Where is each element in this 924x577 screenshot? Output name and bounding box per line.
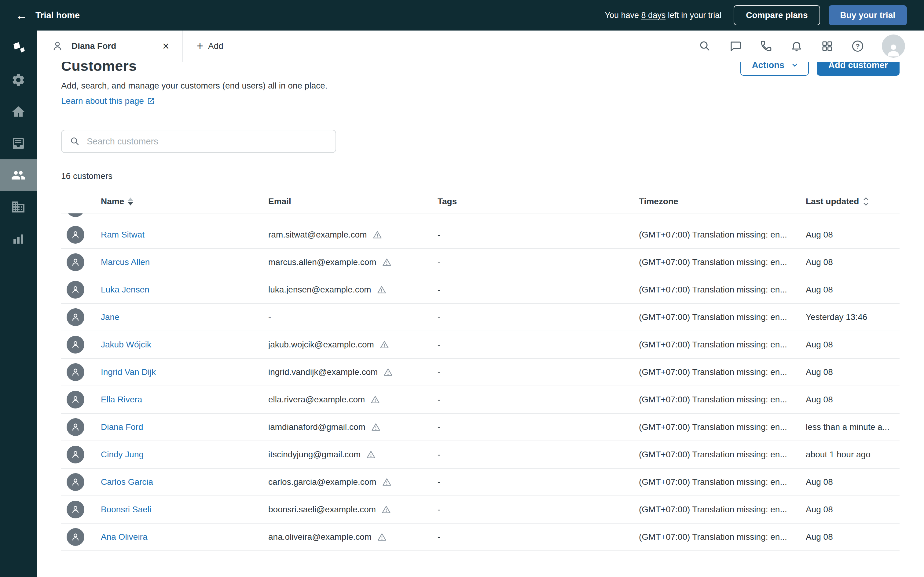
avatar — [66, 473, 84, 491]
tab-bar: Diana Ford × + Add ? — [37, 31, 924, 62]
customer-email: jakub.wojcik@example.com — [268, 340, 374, 350]
sidebar-item-reporting[interactable] — [0, 223, 37, 255]
table-row[interactable]: Boonsri Saeli boonsri.saeli@example.com … — [61, 496, 900, 524]
email-warning-icon — [382, 477, 392, 487]
grid-apps-icon[interactable] — [821, 40, 834, 53]
sidebar-item-views[interactable] — [0, 127, 37, 160]
customer-timezone: (GMT+07:00) Translation missing: en... — [639, 340, 806, 350]
customer-email: ella.rivera@example.com — [268, 395, 365, 405]
customer-name-link[interactable]: Jakub Wójcik — [101, 340, 151, 349]
sort-arrows-icon — [128, 198, 133, 205]
table-row[interactable]: Ram Sitwat ram.sitwat@example.com - (GMT… — [61, 221, 900, 249]
customer-timezone: (GMT+07:00) Translation missing: en... — [639, 285, 806, 295]
close-tab-icon[interactable]: × — [161, 40, 171, 52]
chevron-down-icon — [790, 62, 799, 69]
customer-name-link[interactable]: Luka Jensen — [101, 285, 149, 294]
table-row[interactable]: Luka Jensen luka.jensen@example.com - (G… — [61, 276, 900, 304]
partially-scrolled-row — [61, 213, 900, 221]
sidebar-item-settings[interactable] — [0, 64, 37, 96]
actions-dropdown-button[interactable]: Actions — [740, 62, 809, 76]
customer-email: ingrid.vandijk@example.com — [268, 367, 378, 377]
inbox-icon — [11, 136, 26, 151]
avatar — [66, 253, 84, 271]
customer-name-link[interactable]: Ingrid Van Dijk — [101, 367, 156, 377]
customer-name-link[interactable]: Cindy Jung — [101, 450, 144, 459]
table-row[interactable]: Jakub Wójcik jakub.wojcik@example.com - … — [61, 331, 900, 359]
customer-timezone: (GMT+07:00) Translation missing: en... — [639, 367, 806, 377]
customers-page: Customers Add, search, and manage your c… — [37, 62, 924, 577]
customer-name-link[interactable]: Jane — [101, 312, 120, 322]
customer-timezone: (GMT+07:00) Translation missing: en... — [639, 532, 806, 542]
customer-timezone: (GMT+07:00) Translation missing: en... — [639, 395, 806, 405]
learn-about-link[interactable]: Learn about this page — [61, 96, 155, 106]
customer-tags: - — [438, 422, 639, 432]
customer-email: ram.sitwat@example.com — [268, 230, 367, 240]
customer-count: 16 customers — [61, 171, 900, 181]
search-icon[interactable] — [698, 40, 711, 53]
search-customers-box — [61, 130, 336, 153]
back-arrow-icon: ← — [15, 9, 27, 21]
chat-icon[interactable] — [729, 40, 742, 53]
table-row[interactable]: Jane - - (GMT+07:00) Translation missing… — [61, 304, 900, 331]
user-avatar[interactable] — [882, 34, 905, 58]
avatar — [66, 226, 84, 243]
page-description: Add, search, and manage your customers (… — [61, 81, 328, 91]
column-header-name[interactable]: Name — [101, 197, 268, 206]
column-header-last-updated[interactable]: Last updated — [806, 197, 900, 206]
sidebar-item-organizations[interactable] — [0, 191, 37, 223]
customer-last-updated: Aug 08 — [806, 532, 900, 542]
sidebar-item-home[interactable] — [0, 96, 37, 127]
email-warning-icon — [371, 422, 381, 432]
customer-name-link[interactable]: Boonsri Saeli — [101, 504, 151, 514]
customer-tags: - — [438, 532, 639, 542]
add-customer-button[interactable]: Add customer — [817, 62, 900, 76]
compare-plans-button[interactable]: Compare plans — [733, 5, 820, 25]
table-row[interactable]: Ella Rivera ella.rivera@example.com - (G… — [61, 386, 900, 414]
sidebar-item-customers[interactable] — [0, 160, 37, 191]
customer-timezone: (GMT+07:00) Translation missing: en... — [639, 504, 806, 514]
column-header-tags: Tags — [438, 197, 639, 206]
trial-bar: ← Trial home You have 8 days left in you… — [0, 0, 924, 31]
bar-chart-icon — [11, 231, 26, 246]
help-icon[interactable]: ? — [851, 40, 864, 53]
trial-days-left: 8 days — [641, 11, 666, 20]
customer-tags: - — [438, 312, 639, 322]
buy-your-trial-button[interactable]: Buy your trial — [829, 5, 907, 25]
phone-icon[interactable] — [759, 40, 772, 53]
customer-last-updated: less than a minute a... — [806, 422, 900, 432]
email-warning-icon — [382, 257, 392, 267]
customer-last-updated: Aug 08 — [806, 504, 900, 514]
table-row[interactable]: Marcus Allen marcus.allen@example.com - … — [61, 249, 900, 276]
sort-chevrons-icon — [863, 197, 869, 206]
customer-name-link[interactable]: Ella Rivera — [101, 395, 142, 404]
bell-icon[interactable] — [790, 40, 803, 53]
person-icon — [51, 40, 63, 52]
customer-last-updated: Yesterday 13:46 — [806, 312, 900, 322]
tab-diana-ford[interactable]: Diana Ford × — [37, 31, 183, 62]
customer-email: marcus.allen@example.com — [268, 257, 376, 267]
customer-name-link[interactable]: Ana Oliveira — [101, 532, 148, 542]
table-row[interactable]: Ana Oliveira ana.oliveira@example.com - … — [61, 524, 900, 551]
customer-timezone: (GMT+07:00) Translation missing: en... — [639, 450, 806, 459]
search-customers-input[interactable] — [87, 137, 328, 147]
add-tab-button[interactable]: + Add — [183, 31, 237, 62]
customer-tags: - — [438, 504, 639, 514]
customer-last-updated: Aug 08 — [806, 395, 900, 405]
home-icon — [11, 105, 26, 119]
customer-timezone: (GMT+07:00) Translation missing: en... — [639, 477, 806, 487]
table-row[interactable]: Carlos Garcia carlos.garcia@example.com … — [61, 469, 900, 496]
zendesk-logo — [0, 32, 37, 64]
table-row[interactable]: Diana Ford iamdianaford@gmail.com - (GMT… — [61, 414, 900, 441]
plus-icon: + — [197, 40, 203, 52]
customer-name-link[interactable]: Ram Sitwat — [101, 230, 145, 239]
table-row[interactable]: Cindy Jung itscindyjung@gmail.com - (GMT… — [61, 441, 900, 469]
people-icon — [11, 168, 26, 182]
customer-email: ana.oliveira@example.com — [268, 532, 372, 542]
email-warning-icon — [366, 450, 376, 459]
customer-name-link[interactable]: Carlos Garcia — [101, 477, 153, 487]
table-row[interactable]: Ingrid Van Dijk ingrid.vandijk@example.c… — [61, 359, 900, 386]
customer-name-link[interactable]: Marcus Allen — [101, 257, 150, 267]
email-warning-icon — [381, 504, 391, 514]
trial-home-back-button[interactable]: ← Trial home — [15, 9, 80, 21]
customer-name-link[interactable]: Diana Ford — [101, 422, 143, 432]
